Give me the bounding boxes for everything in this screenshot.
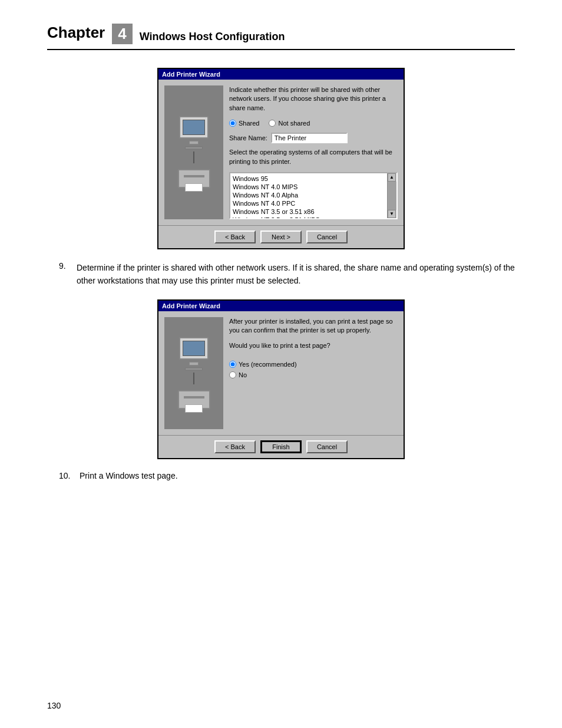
dialog1-wrapper: Add Printer Wizard [47, 68, 515, 249]
shared-radio-label[interactable]: Shared [229, 120, 259, 127]
dialog2-title: Add Printer Wizard [162, 302, 220, 309]
scroll-up-button[interactable]: ▲ [388, 173, 396, 182]
yes-label: Yes (recommended) [239, 361, 297, 368]
printer-paper2 [185, 404, 203, 413]
printer-slot2 [184, 396, 204, 398]
not-shared-label: Not shared [278, 120, 310, 127]
step10-number: 10. [59, 471, 70, 480]
dialog2-titlebar: Add Printer Wizard [158, 301, 404, 311]
dialog2-image [164, 317, 223, 429]
os-description: Select the operating systems of all comp… [229, 148, 398, 166]
dialog2-wrapper: Add Printer Wizard [47, 299, 515, 459]
shared-radio[interactable] [229, 120, 236, 127]
monitor-screen [183, 120, 205, 135]
monitor-base [185, 147, 203, 149]
dialog1-cancel-button[interactable]: Cancel [306, 230, 348, 243]
step10-text: Print a Windows test page. [80, 471, 178, 480]
dialog2-finish-button[interactable]: Finish [260, 440, 302, 453]
step9-item: 9. Determine if the printer is shared wi… [47, 261, 515, 288]
os-list-container: Windows 95 Windows NT 4.0 MIPS Windows N… [229, 172, 398, 219]
monitor-stand [189, 141, 199, 144]
dialog1-back-button[interactable]: < Back [214, 230, 256, 243]
chapter-label: Chapter [47, 24, 105, 44]
os-list[interactable]: Windows 95 Windows NT 4.0 MIPS Windows N… [230, 173, 387, 218]
os-item-5[interactable]: Windows NT 3.5 or 3.51 x86 [232, 207, 386, 216]
dialog2: Add Printer Wizard [157, 299, 405, 459]
monitor-stand2 [189, 362, 199, 365]
computer-printer-icon2 [178, 337, 210, 409]
os-item-3[interactable]: Windows NT 4.0 Alpha [232, 191, 386, 199]
no-radio[interactable] [229, 371, 236, 378]
no-label: No [239, 371, 247, 378]
step10-item: 10. Print a Windows test page. [47, 471, 515, 480]
yes-radio-label[interactable]: Yes (recommended) [229, 361, 398, 368]
dialog1-next-button[interactable]: Next > [260, 230, 302, 243]
printer-icon [178, 169, 210, 188]
printer-icon2 [178, 390, 210, 409]
monitor-icon [179, 116, 209, 139]
page-number: 130 [47, 701, 61, 710]
dialog2-content: After your printer is installed, you can… [158, 311, 404, 435]
chapter-header: Chapter 4 Windows Host Configuration [47, 24, 515, 50]
computer-printer-icon [178, 116, 210, 188]
dialog2-back-button[interactable]: < Back [214, 440, 256, 453]
dialog2-question: Would you like to print a test page? [229, 341, 398, 350]
sharing-radio-row: Shared Not shared [229, 120, 398, 127]
monitor-icon2 [179, 337, 209, 360]
cable-icon [193, 151, 194, 163]
dialog1-description: Indicate whether this printer will be sh… [229, 85, 398, 113]
not-shared-radio[interactable] [269, 120, 276, 127]
dialog1-buttons: < Back Next > Cancel [158, 225, 404, 248]
step9-text: Determine if the printer is shared with … [77, 261, 515, 288]
chapter-title: Windows Host Configuration [140, 24, 285, 44]
dialog1-image [164, 85, 223, 219]
printer-paper [185, 183, 203, 192]
dialog2-right: After your printer is installed, you can… [229, 317, 398, 429]
os-item-6[interactable]: Windows NT 3.5 or 3.51 MIPS [232, 216, 386, 218]
dialog1-content: Indicate whether this printer will be sh… [158, 80, 404, 225]
shared-label: Shared [239, 120, 259, 127]
yes-radio[interactable] [229, 361, 236, 368]
share-name-row: Share Name: [229, 133, 398, 143]
no-radio-label[interactable]: No [229, 371, 398, 378]
os-item-4[interactable]: Windows NT 4.0 PPC [232, 199, 386, 207]
share-name-input[interactable] [271, 133, 348, 143]
dialog1-right: Indicate whether this printer will be sh… [229, 85, 398, 219]
dialog2-buttons: < Back Finish Cancel [158, 435, 404, 458]
dialog2-description: After your printer is installed, you can… [229, 317, 398, 335]
dialog1-titlebar: Add Printer Wizard [158, 69, 404, 80]
os-item-1[interactable]: Windows 95 [232, 174, 386, 183]
monitor-screen2 [183, 341, 205, 356]
printer-slot [184, 175, 204, 177]
dialog1: Add Printer Wizard [157, 68, 405, 249]
cable-icon2 [193, 373, 194, 384]
scroll-down-button[interactable]: ▼ [388, 210, 396, 218]
monitor-base2 [185, 368, 203, 370]
dialog1-title: Add Printer Wizard [162, 71, 220, 78]
step9-number: 9. [59, 261, 71, 288]
scroll-track[interactable] [388, 182, 396, 210]
os-item-2[interactable]: Windows NT 4.0 MIPS [232, 183, 386, 191]
test-page-options: Yes (recommended) No [229, 361, 398, 378]
not-shared-radio-label[interactable]: Not shared [269, 120, 310, 127]
os-list-scrollbar[interactable]: ▲ ▼ [387, 173, 396, 218]
share-name-label: Share Name: [229, 134, 267, 141]
chapter-number: 4 [112, 24, 132, 44]
dialog2-cancel-button[interactable]: Cancel [306, 440, 348, 453]
